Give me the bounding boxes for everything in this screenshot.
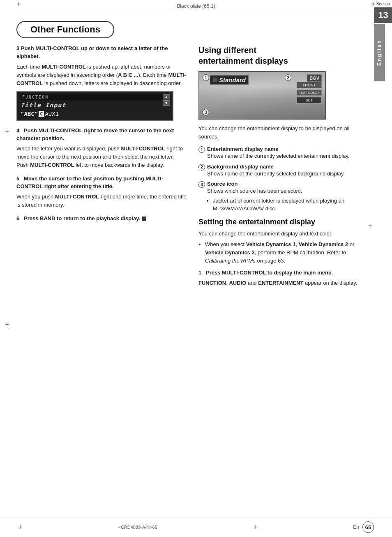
entertainment-display-image: 1 Standard 2 BGV FRONT TEXT COLOR SET	[198, 71, 326, 120]
numbered-item-3: 3 Source icon Shows which source has bee…	[198, 181, 369, 213]
num-circle-2: 2	[198, 164, 205, 171]
screenshot-arrows: ▲ ▼	[163, 94, 170, 106]
entertainment-section-title: Using different entertainment displays	[198, 45, 369, 66]
left-margin-crosshair-top: +	[5, 127, 9, 136]
section-english: English	[374, 24, 385, 81]
display-standard-text: Standard	[210, 75, 249, 85]
item3-body: Shows which source has been selected.	[207, 188, 302, 194]
footer-right-area: En 65	[353, 521, 374, 533]
display-front-btn: FRONT	[297, 82, 322, 88]
section-label: Section	[374, 0, 392, 7]
screenshot-function-label: FUNCTION	[21, 94, 169, 100]
footer-crosshair-left: +	[18, 523, 23, 532]
display-icon	[213, 78, 217, 82]
page-header: + Black plate (65,1) +	[16, 0, 376, 11]
item2-content: Background display name Shows name of th…	[207, 164, 345, 178]
page-footer: + <CRD4089-A/N>65 + En 65	[0, 517, 392, 537]
circle-label-1: 1	[203, 74, 209, 81]
arrow-up-btn: ▲	[163, 94, 170, 99]
step6-heading: 6 Press BAND to return to the playback d…	[16, 215, 187, 223]
item3-heading: Source icon	[207, 181, 238, 187]
num-circle-1: 1	[198, 146, 205, 153]
step3-para: Each time MULTI-CONTROL is pushed up, al…	[16, 63, 187, 88]
display-para: You can change the entertainment display…	[198, 124, 369, 141]
screenshot-aux: AUX1	[45, 111, 59, 117]
step3-heading: 3 Push MULTI-CONTROL up or down to selec…	[16, 45, 187, 60]
display-bgv-label: BGV	[307, 74, 322, 82]
main-content: Other Functions 3 Push MULTI-CONTROL up …	[0, 11, 392, 300]
plate-text: Black plate (65,1)	[177, 3, 215, 9]
other-functions-box: Other Functions	[16, 21, 114, 38]
step4-para: When the letter you want is displayed, p…	[16, 145, 187, 169]
section-sidebar: Section 13 English	[374, 0, 392, 123]
title-input-screenshot: FUNCTION Title Input "ABC" C AUX1 ▲ ▼	[16, 91, 173, 121]
setting-para: You can change the entertainment display…	[198, 230, 369, 238]
setting-bullet-item: When you select Vehicle Dynamics 1, Vehi…	[205, 240, 369, 265]
footer-crosshair-center: +	[253, 523, 258, 532]
step5-para: When you push MULTI-CONTROL right one mo…	[16, 193, 187, 209]
setting-heading: Setting the entertainment display	[198, 218, 369, 226]
arrow-down-btn: ▼	[163, 100, 170, 106]
footer-page-circle: 65	[362, 521, 374, 533]
stop-symbol	[142, 217, 146, 221]
two-column-layout: 3 Push MULTI-CONTROL up or down to selec…	[16, 45, 369, 287]
item3-bullet-item: Jacket art of current folder is displaye…	[213, 197, 369, 213]
step4-heading: 4 Push MULTI-CONTROL right to move the c…	[16, 127, 187, 143]
item1-content: Entertainment display name Shows name of…	[207, 146, 350, 160]
step1-heading: 1 Press MULTI-CONTROL to display the mai…	[198, 269, 369, 277]
footer-en-label: En	[353, 524, 359, 530]
display-text-color-btn: TEXT COLOR	[297, 90, 322, 96]
circle-label-3: 3	[203, 109, 209, 115]
numbered-item-1: 1 Entertainment display name Shows name …	[198, 146, 369, 160]
item2-body: Shows name of the currently selected bac…	[207, 171, 345, 177]
circle-label-2: 2	[285, 74, 291, 81]
left-column: 3 Push MULTI-CONTROL up or down to selec…	[16, 45, 187, 287]
item3-bullet-list: Jacket art of current folder is displaye…	[213, 197, 369, 213]
item2-heading: Background display name	[207, 164, 274, 170]
footer-left-text: <CRD4089-A/N>65	[118, 525, 157, 530]
item3-content: Source icon Shows which source has been …	[207, 181, 369, 213]
item1-body: Shows name of the currently selected ent…	[207, 153, 350, 159]
right-margin-crosshair-mid: +	[368, 222, 372, 230]
num-circle-3: 3	[198, 181, 205, 188]
screenshot-abc-row: "ABC" C AUX1	[21, 111, 169, 117]
numbered-item-2: 2 Background display name Shows name of …	[198, 164, 369, 178]
item1-heading: Entertainment display name	[207, 146, 278, 152]
screenshot-cursor: C	[39, 111, 44, 117]
screenshot-title-italic: Title Input	[21, 101, 66, 109]
setting-bullet-list: When you select Vehicle Dynamics 1, Vehi…	[205, 240, 369, 265]
section-number: 13	[374, 7, 392, 23]
left-margin-crosshair-bottom: +	[5, 320, 9, 329]
screenshot-abc: "ABC"	[21, 111, 38, 117]
display-buttons-group: FRONT TEXT COLOR SET	[297, 82, 322, 104]
step1-para: FUNCTION, AUDIO and ENTERTAINMENT appear…	[198, 279, 369, 287]
page-title: Other Functions	[30, 24, 100, 35]
step5-heading: 5 Move the cursor to the last position b…	[16, 175, 187, 191]
screenshot-title-row: Title Input	[21, 101, 169, 109]
other-functions-container: Other Functions	[16, 21, 369, 38]
display-set-btn: SET	[297, 97, 322, 104]
crosshair-left: +	[16, 0, 21, 8]
right-column: Using different entertainment displays 1…	[198, 45, 369, 287]
